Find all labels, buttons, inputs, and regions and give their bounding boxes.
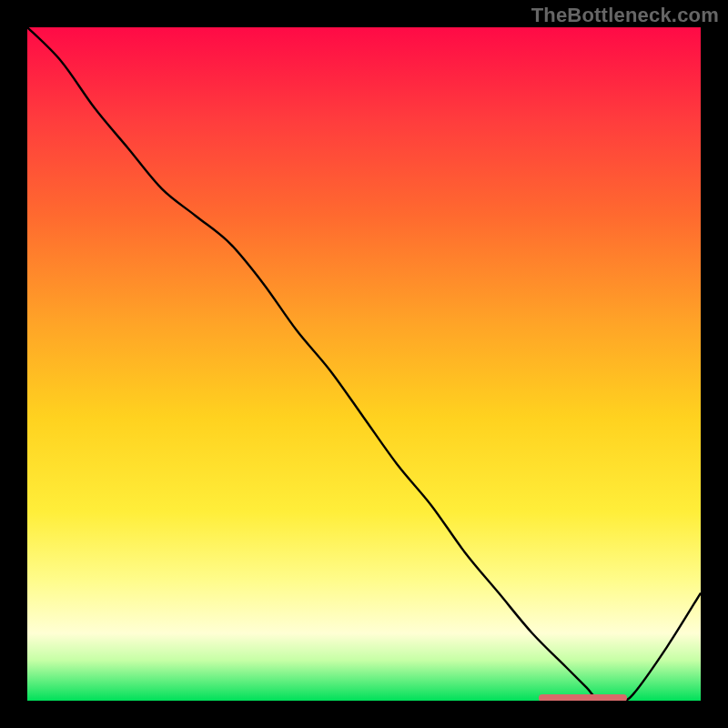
plot-area bbox=[27, 27, 701, 701]
bottleneck-curve bbox=[27, 27, 701, 701]
watermark-text: TheBottleneck.com bbox=[531, 4, 719, 27]
optimal-range-marker bbox=[539, 694, 626, 701]
chart-frame: TheBottleneck.com bbox=[0, 0, 728, 728]
curve-path bbox=[27, 27, 701, 701]
